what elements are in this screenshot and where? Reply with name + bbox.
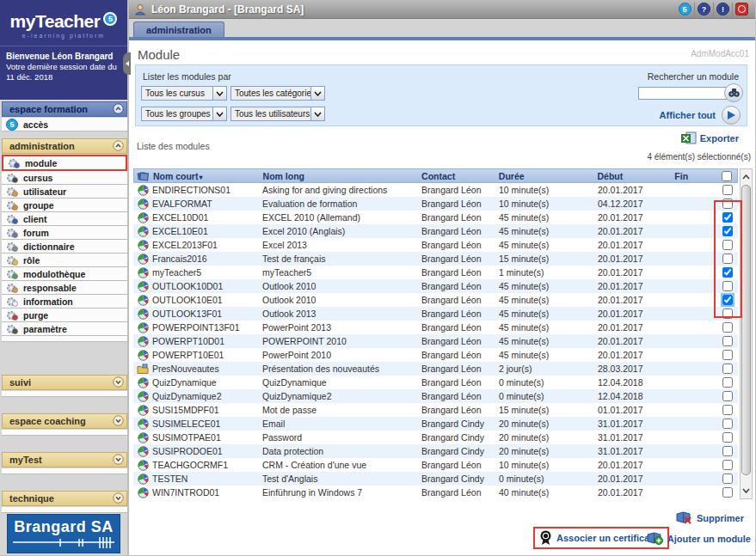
- associate-certificate-button[interactable]: Associer un certificat: [539, 530, 653, 546]
- expand-icon[interactable]: [113, 376, 124, 389]
- sidebar-item-role[interactable]: rôle: [2, 254, 127, 267]
- row-checkbox[interactable]: [722, 350, 733, 360]
- chevron-down-icon[interactable]: [212, 107, 226, 120]
- sidebar-section-mytest[interactable]: myTest: [2, 452, 127, 467]
- cell-nom-court: TEACHGOCRMF1: [152, 460, 262, 470]
- row-checkbox[interactable]: [722, 460, 733, 470]
- sidebar-item-cursus[interactable]: cursus: [2, 171, 127, 185]
- info-icon[interactable]: !: [713, 3, 732, 16]
- expand-icon[interactable]: [113, 415, 124, 428]
- delete-button[interactable]: Supprimer: [675, 510, 744, 525]
- sidebar-item-dictionnaire[interactable]: dictionnaire: [2, 240, 127, 254]
- sidebar-item-responsable[interactable]: responsable: [2, 281, 127, 295]
- sidebar-item-groupe[interactable]: groupe: [2, 199, 127, 212]
- table-row: TESTENTest d'AnglaisBrangard Cindy0 minu…: [133, 472, 738, 486]
- sidebar-item-forum[interactable]: forum: [2, 226, 127, 240]
- cell-debut: 20.01.2017: [598, 487, 648, 498]
- row-checkbox[interactable]: [722, 336, 733, 346]
- row-checkbox[interactable]: [722, 405, 733, 415]
- row-checkbox[interactable]: [722, 474, 733, 484]
- add-module-button[interactable]: Ajouter un module: [646, 531, 751, 546]
- sidebar-item-module[interactable]: module: [2, 155, 127, 171]
- row-checkbox[interactable]: [722, 185, 733, 195]
- sidebar-section-espace-coaching[interactable]: espace coaching: [2, 413, 127, 429]
- scroll-up-icon[interactable]: [741, 171, 752, 183]
- modulotheque-icon: [4, 268, 19, 280]
- sidebar-item-purge[interactable]: purge: [2, 309, 127, 322]
- sidebar-collapse-handle[interactable]: [123, 52, 131, 75]
- notification-badge-icon[interactable]: 5: [675, 3, 694, 16]
- module-globe-icon: [133, 350, 152, 361]
- row-checkbox[interactable]: [722, 295, 733, 305]
- sidebar-item-acces[interactable]: 5accès: [2, 118, 127, 131]
- column-header-fin[interactable]: Fin: [647, 171, 716, 181]
- table-row: SUSIPRODOE01Data protectionBrangard Cind…: [133, 444, 738, 458]
- utilisateurs-dropdown[interactable]: Tous les utilisateurs: [230, 107, 325, 121]
- sidebar-section-espace-formation[interactable]: espace formation: [2, 101, 127, 117]
- expand-icon[interactable]: [113, 454, 124, 467]
- row-checkbox[interactable]: [722, 419, 733, 429]
- row-checkbox[interactable]: [722, 377, 733, 388]
- row-checkbox[interactable]: [722, 391, 733, 401]
- categories-dropdown[interactable]: Toutes les catégories: [230, 86, 325, 101]
- cell-duree: 45 minute(s): [499, 240, 598, 250]
- sidebar-item-parametre[interactable]: paramètre: [2, 322, 127, 336]
- chevron-down-icon[interactable]: [310, 107, 324, 120]
- sidebar-item-utilisateur[interactable]: utilisateur: [2, 185, 127, 199]
- cursus-dropdown[interactable]: Tous les cursus: [141, 86, 227, 101]
- column-header-debut[interactable]: Début: [597, 171, 647, 181]
- row-checkbox[interactable]: [722, 240, 733, 250]
- cell-duree: 15 minute(s): [499, 254, 598, 264]
- certificate-medal-icon: [539, 530, 552, 546]
- help-icon[interactable]: ?: [694, 3, 713, 16]
- cell-nom-long: POWERPOINT 2010: [262, 336, 421, 346]
- cell-contact: Brangard Léon: [421, 336, 499, 346]
- collapse-icon[interactable]: [113, 103, 124, 116]
- select-all-checkbox[interactable]: [722, 171, 732, 181]
- row-checkbox[interactable]: [722, 309, 733, 319]
- column-header-contact[interactable]: Contact: [421, 171, 499, 181]
- row-checkbox[interactable]: [722, 226, 733, 236]
- excel-export-icon: [681, 131, 697, 145]
- chevron-down-icon[interactable]: [310, 87, 324, 100]
- logout-icon[interactable]: [732, 3, 751, 16]
- column-header-duree[interactable]: Durée: [499, 171, 598, 181]
- row-checkbox[interactable]: [722, 267, 733, 278]
- cell-duree: 20 minute(s): [499, 446, 598, 456]
- table-scrollbar[interactable]: [740, 168, 753, 499]
- scroll-down-icon[interactable]: [741, 485, 752, 497]
- column-header-nom-long[interactable]: Nom long: [263, 171, 421, 181]
- row-checkbox[interactable]: [722, 212, 733, 223]
- chevron-down-icon[interactable]: [212, 87, 226, 100]
- sidebar-section-suivi[interactable]: suivi: [2, 375, 127, 390]
- expand-icon[interactable]: [113, 492, 124, 505]
- sidebar-section-technique[interactable]: technique: [2, 491, 127, 506]
- show-all-link[interactable]: Afficher tout: [660, 110, 716, 120]
- row-checkbox[interactable]: [722, 281, 733, 291]
- row-checkbox[interactable]: [722, 364, 733, 374]
- show-all-button[interactable]: [722, 106, 741, 125]
- tab-administration[interactable]: administration: [133, 21, 224, 37]
- column-header-nom-court[interactable]: Nom court▾: [153, 171, 263, 181]
- cell-contact: Brangard Léon: [421, 487, 499, 498]
- search-button[interactable]: [724, 83, 743, 102]
- groupes-dropdown[interactable]: Tous les groupes: [141, 107, 227, 121]
- export-button[interactable]: Exporter: [681, 131, 739, 145]
- row-checkbox[interactable]: [722, 432, 733, 443]
- row-checkbox[interactable]: [722, 322, 733, 333]
- cell-contact: Brangard Léon: [421, 199, 499, 209]
- certificate-label: Associer un certificat: [556, 533, 653, 543]
- search-input[interactable]: [638, 87, 733, 100]
- row-checkbox[interactable]: [722, 446, 733, 456]
- sidebar-item-client[interactable]: client: [2, 212, 127, 226]
- sidebar-item-modulotheque[interactable]: modulothèque: [2, 267, 127, 281]
- cell-duree: 45 minute(s): [499, 281, 598, 291]
- row-checkbox[interactable]: [722, 487, 733, 498]
- sidebar-section-administration[interactable]: administration: [2, 138, 127, 154]
- row-checkbox[interactable]: [722, 199, 733, 209]
- sidebar-item-information[interactable]: information: [2, 295, 127, 309]
- scrollbar-thumb[interactable]: [741, 185, 751, 475]
- collapse-icon[interactable]: [113, 140, 124, 153]
- row-checkbox[interactable]: [722, 254, 733, 264]
- cell-nom-court: PresNouveautes: [152, 364, 262, 374]
